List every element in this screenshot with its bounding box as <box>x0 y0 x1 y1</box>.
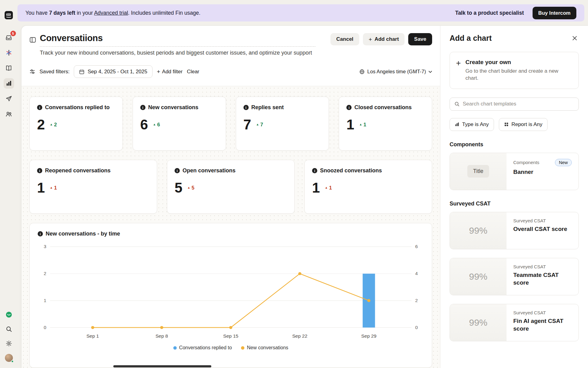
chart-title: New conversations - by time <box>46 231 120 237</box>
info-icon[interactable]: i <box>312 168 317 173</box>
outbound-icon[interactable] <box>4 94 14 104</box>
metric-card[interactable]: iSnoozed conversations 1▲1 <box>304 160 432 214</box>
svg-text:2: 2 <box>415 298 418 303</box>
metric-card[interactable]: iConversations replied to 2▲2 <box>29 97 123 151</box>
plus-icon: + <box>369 36 372 42</box>
add-chart-button[interactable]: +Add chart <box>363 33 405 45</box>
globe-icon <box>359 69 365 75</box>
metric-value: 1 <box>37 181 45 195</box>
info-icon[interactable]: i <box>243 105 249 110</box>
template-category: Surveyed CSAT <box>513 310 572 315</box>
report-filter-chip[interactable]: Report is Any <box>499 118 548 131</box>
metric-delta-value: 1 <box>329 185 332 191</box>
csat-preview: 99% <box>450 304 507 341</box>
metric-card[interactable]: iNew conversations 6▲6 <box>133 97 226 151</box>
metric-card[interactable]: iOpen conversations 5▲5 <box>167 160 295 214</box>
metric-card[interactable]: iReplies sent 7▲7 <box>236 97 329 151</box>
report-subtitle: Track your new inbound conversations, bu… <box>40 50 432 56</box>
type-filter-chip[interactable]: Type is Any <box>450 118 494 131</box>
template-card-banner[interactable]: Title Components New Banner <box>450 153 579 190</box>
metric-value: 2 <box>37 117 45 132</box>
metric-card[interactable]: iClosed conversations 1▲1 <box>339 97 432 151</box>
inbox-icon[interactable]: 5 <box>4 32 14 43</box>
template-card-teammate-csat[interactable]: 99% Surveyed CSAT Teammate CSAT score <box>450 258 579 295</box>
metric-label: Conversations replied to <box>45 104 110 111</box>
metric-label: Closed conversations <box>354 104 412 111</box>
buy-intercom-button[interactable]: Buy Intercom <box>533 7 576 19</box>
plus-icon: + <box>456 59 461 82</box>
trend-up-icon: ▲ <box>50 186 53 189</box>
metric-delta-value: 2 <box>54 122 57 128</box>
chart-legend: Conversations replied toNew conversation… <box>38 345 424 351</box>
legend-dot-icon <box>173 346 177 350</box>
metric-delta-value: 7 <box>260 122 263 128</box>
advanced-trial-link[interactable]: Advanced trial <box>94 10 128 16</box>
reports-icon[interactable] <box>4 78 14 89</box>
info-icon[interactable]: i <box>37 105 42 110</box>
svg-text:Sep 15: Sep 15 <box>223 333 239 339</box>
svg-text:Sep 29: Sep 29 <box>361 333 377 339</box>
time-series-chart[interactable]: 01230246Sep 1Sep 8Sep 15Sep 22Sep 29 <box>38 241 424 340</box>
banner-actions: Talk to a product specialist Buy Interco… <box>455 7 576 19</box>
csat-preview: 99% <box>450 258 507 295</box>
time-chart-card[interactable]: iNew conversations - by time 01230246Sep… <box>29 223 432 368</box>
create-own-description: Go to the chart builder and create a new… <box>466 68 567 82</box>
type-filter-label: Type is Any <box>462 121 489 128</box>
template-search[interactable] <box>450 98 579 111</box>
template-card-fin-csat[interactable]: 99% Surveyed CSAT Fin AI agent CSAT scor… <box>450 304 579 341</box>
talk-to-specialist-link[interactable]: Talk to a product specialist <box>455 10 524 16</box>
collapse-panel-icon[interactable] <box>29 36 36 43</box>
date-range-button[interactable]: Sep 4, 2025 - Oct 1, 2025 <box>74 65 153 78</box>
copilot-icon[interactable] <box>4 48 14 58</box>
metric-row-1: iConversations replied to 2▲2 iNew conve… <box>29 97 432 151</box>
svg-text:Sep 1: Sep 1 <box>86 333 99 339</box>
create-your-own-card[interactable]: + Create your own Go to the chart builde… <box>450 52 579 89</box>
trend-up-icon: ▲ <box>325 186 328 189</box>
messenger-status-icon[interactable] <box>4 309 14 320</box>
close-panel-button[interactable] <box>570 34 579 43</box>
csat-preview: 99% <box>450 212 507 249</box>
banner-text-prefix: You have <box>25 10 49 16</box>
svg-text:1: 1 <box>44 298 46 303</box>
horizontal-scrollbar[interactable] <box>113 365 211 367</box>
metric-value: 1 <box>346 117 354 132</box>
svg-text:2: 2 <box>44 271 46 276</box>
metric-value: 5 <box>175 181 183 195</box>
template-search-input[interactable] <box>463 101 574 107</box>
calendar-icon <box>79 69 85 75</box>
template-title: Fin AI agent CSAT score <box>513 317 572 332</box>
cancel-button[interactable]: Cancel <box>330 33 359 45</box>
metric-delta: ▲5 <box>187 185 194 191</box>
grid-icon <box>504 122 509 127</box>
app-sidebar: 5 <box>0 0 17 368</box>
trend-up-icon: ▲ <box>256 123 259 126</box>
info-icon[interactable]: i <box>37 168 42 173</box>
intercom-logo[interactable] <box>5 11 13 19</box>
settings-icon[interactable] <box>4 338 14 349</box>
report-title[interactable]: Conversatiions <box>40 33 315 43</box>
chevron-down-icon <box>428 71 432 73</box>
template-card-overall-csat[interactable]: 99% Surveyed CSAT Overall CSAT score <box>450 212 579 249</box>
saved-filters-label: Saved filters: <box>40 69 70 75</box>
info-icon[interactable]: i <box>140 105 145 110</box>
knowledge-icon[interactable] <box>4 63 14 73</box>
contacts-icon[interactable] <box>4 109 14 119</box>
report-title-field[interactable]: Conversatiions <box>40 33 315 47</box>
csat-preview-value: 99% <box>469 317 487 328</box>
legend-item[interactable]: New conversations <box>241 345 288 351</box>
save-button[interactable]: Save <box>408 33 432 45</box>
timezone-selector[interactable]: Los Angeles time (GMT-7) <box>359 69 432 75</box>
info-icon[interactable]: i <box>346 105 352 110</box>
metric-card[interactable]: iReopened conversations 1▲1 <box>29 160 157 214</box>
user-avatar[interactable] <box>4 353 14 363</box>
info-icon[interactable]: i <box>38 231 43 236</box>
legend-item[interactable]: Conversations replied to <box>173 345 232 351</box>
add-filter-label: Add filter <box>162 69 183 75</box>
metric-value: 7 <box>243 117 251 132</box>
clear-filters-button[interactable]: Clear <box>187 69 199 75</box>
metric-delta: ▲6 <box>153 122 160 128</box>
info-icon[interactable]: i <box>175 168 180 173</box>
add-filter-button[interactable]: +Add filter <box>157 69 183 75</box>
metric-delta: ▲1 <box>359 122 366 128</box>
search-icon[interactable] <box>4 324 14 334</box>
